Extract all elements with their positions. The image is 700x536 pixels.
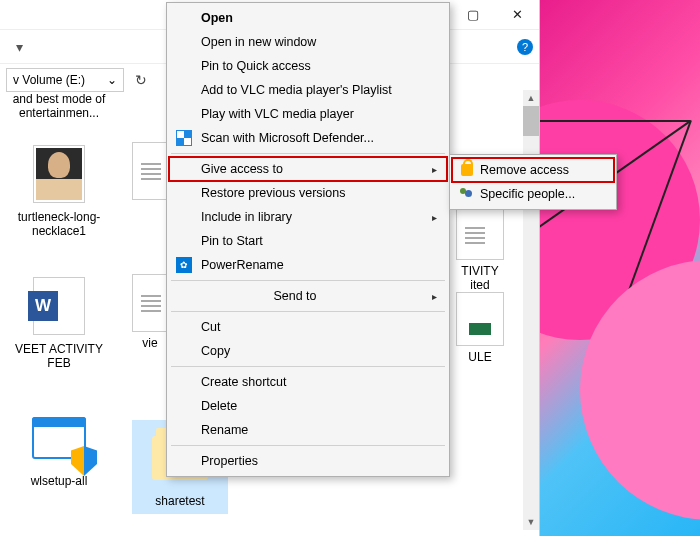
document-icon	[456, 206, 504, 260]
ctx-open-new-window[interactable]: Open in new window	[169, 30, 447, 54]
address-path[interactable]: v Volume (E:) ⌄	[6, 68, 124, 92]
document-icon	[130, 142, 170, 200]
ctx-restore-versions[interactable]: Restore previous versions	[169, 181, 447, 205]
submenu-arrow-icon: ▸	[432, 291, 437, 302]
file-label: and best mode of entertainmen...	[4, 92, 114, 120]
ctx-label: PowerRename	[201, 258, 284, 272]
file-label: VEET ACTIVITY FEB	[4, 342, 114, 370]
people-icon	[458, 185, 476, 203]
refresh-button[interactable]: ↻	[130, 69, 152, 91]
submenu-arrow-icon: ▸	[432, 212, 437, 223]
file-label: ULE	[450, 350, 510, 364]
ctx-cut[interactable]: Cut	[169, 315, 447, 339]
close-button[interactable]: ✕	[495, 0, 539, 30]
ctx-separator	[171, 280, 445, 281]
ctx-delete[interactable]: Delete	[169, 394, 447, 418]
help-icon[interactable]: ?	[517, 39, 533, 55]
ctx-separator	[171, 311, 445, 312]
submenu-arrow-icon: ▸	[432, 164, 437, 175]
file-item[interactable]: turtleneck-long-necklace1	[4, 142, 114, 238]
installer-icon	[27, 406, 91, 470]
file-label: turtleneck-long-necklace1	[4, 210, 114, 238]
file-item[interactable]: and best mode of entertainmen...	[4, 92, 114, 120]
give-access-submenu: Remove access Specific people...	[449, 154, 617, 210]
document-icon	[130, 274, 170, 332]
ctx-add-vlc-playlist[interactable]: Add to VLC media player's Playlist	[169, 78, 447, 102]
ctx-label: Send to	[273, 289, 316, 303]
word-document-icon: W	[27, 274, 91, 338]
submenu-remove-access[interactable]: Remove access	[452, 158, 614, 182]
file-item-partial[interactable]: ULE	[450, 292, 510, 364]
ctx-separator	[171, 366, 445, 367]
ctx-properties[interactable]: Properties	[169, 449, 447, 473]
ctx-label: Scan with Microsoft Defender...	[201, 131, 374, 145]
ctx-play-vlc[interactable]: Play with VLC media player	[169, 102, 447, 126]
desktop-wallpaper	[540, 0, 700, 536]
ctx-give-access-to[interactable]: Give access to ▸	[169, 157, 447, 181]
ctx-label: Specific people...	[480, 187, 575, 201]
file-label: wlsetup-all	[4, 474, 114, 488]
ctx-include-library[interactable]: Include in library ▸	[169, 205, 447, 229]
file-item-partial[interactable]: TIVITY ited	[450, 206, 510, 292]
excel-document-icon	[456, 292, 504, 346]
address-text: v Volume (E:)	[13, 73, 85, 87]
ctx-label: Remove access	[480, 163, 569, 177]
address-dropdown-icon[interactable]: ⌄	[107, 73, 117, 87]
shield-overlay-icon	[71, 446, 97, 476]
lock-icon	[458, 161, 476, 179]
image-thumbnail-icon	[27, 142, 91, 206]
context-menu: Open Open in new window Pin to Quick acc…	[166, 2, 450, 477]
ctx-open[interactable]: Open	[169, 6, 447, 30]
submenu-specific-people[interactable]: Specific people...	[452, 182, 614, 206]
file-item[interactable]	[130, 142, 170, 204]
ctx-send-to[interactable]: Send to ▸	[169, 284, 447, 308]
ctx-rename[interactable]: Rename	[169, 418, 447, 442]
powerrename-icon: ✿	[175, 256, 193, 274]
file-item[interactable]: vie	[130, 274, 170, 350]
maximize-button[interactable]: ▢	[451, 0, 495, 30]
ctx-scan-defender[interactable]: Scan with Microsoft Defender...	[169, 126, 447, 150]
file-item[interactable]: W VEET ACTIVITY FEB	[4, 274, 114, 370]
file-label: sharetest	[132, 494, 228, 508]
file-label: ited	[450, 278, 510, 292]
ctx-create-shortcut[interactable]: Create shortcut	[169, 370, 447, 394]
file-label: TIVITY	[450, 264, 510, 278]
defender-shield-icon	[175, 129, 193, 147]
ctx-separator	[171, 445, 445, 446]
ctx-pin-quick-access[interactable]: Pin to Quick access	[169, 54, 447, 78]
file-label: vie	[130, 336, 170, 350]
ctx-pin-start[interactable]: Pin to Start	[169, 229, 447, 253]
file-item[interactable]: wlsetup-all	[4, 406, 114, 488]
ctx-separator	[171, 153, 445, 154]
ctx-label: Give access to	[201, 162, 283, 176]
ctx-label: Include in library	[201, 210, 292, 224]
ctx-copy[interactable]: Copy	[169, 339, 447, 363]
recent-dropdown-icon[interactable]: ▾	[6, 34, 32, 60]
ctx-powerrename[interactable]: ✿ PowerRename	[169, 253, 447, 277]
